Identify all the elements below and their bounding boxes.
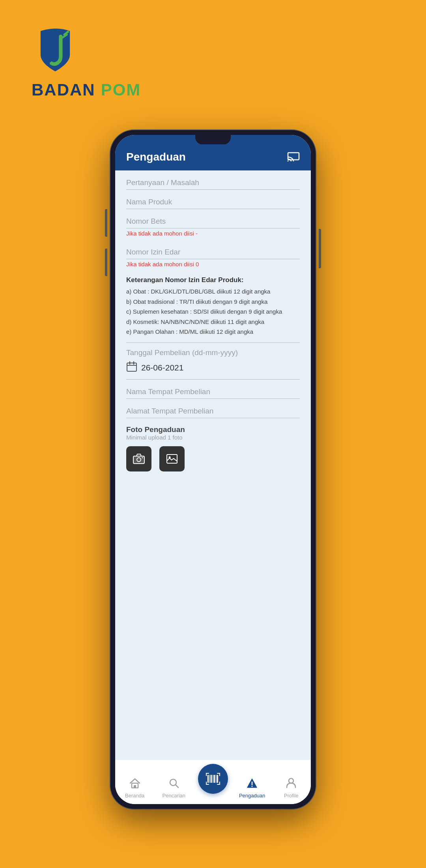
field-pertanyaan-label: Pertanyaan / Masalah — [126, 178, 300, 187]
nav-beranda-label: Beranda — [125, 793, 144, 799]
barcode-scan-icon — [206, 773, 220, 785]
field-nomor-bets[interactable]: Nomor Bets — [126, 209, 300, 228]
scan-button[interactable] — [198, 764, 228, 794]
field-pertanyaan[interactable]: Pertanyaan / Masalah — [126, 170, 300, 190]
svg-rect-22 — [216, 775, 217, 783]
phone-mockup: Pengaduan Pertanyaan / Masalah Nam — [110, 130, 316, 809]
svg-rect-23 — [217, 775, 218, 783]
logo-badan: BADAN — [32, 80, 95, 99]
gallery-button[interactable] — [159, 446, 185, 471]
svg-point-26 — [289, 778, 293, 783]
info-item-4: e) Pangan Olahan : MD/ML diikuti 12 digi… — [126, 327, 300, 337]
app-content[interactable]: Pertanyaan / Masalah Nama Produk Nomor B… — [115, 170, 311, 760]
svg-rect-20 — [213, 775, 213, 783]
svg-point-25 — [252, 786, 253, 787]
svg-point-3 — [287, 161, 289, 161]
info-item-1: b) Obat tradisional : TR/TI diikuti deng… — [126, 297, 300, 307]
app-header-title: Pengaduan — [126, 151, 186, 163]
svg-rect-18 — [209, 775, 210, 783]
logo-area: BADAN POM — [32, 24, 141, 99]
field-nomor-bets-label: Nomor Bets — [126, 217, 300, 226]
svg-rect-19 — [211, 775, 212, 783]
nav-pencarian[interactable]: Pencarian — [154, 778, 193, 799]
info-box-title: Keterangan Nomor Izin Edar Produk: — [126, 276, 300, 284]
field-alamat-tempat[interactable]: Alamat Tempat Pembelian — [126, 399, 300, 418]
badan-pom-logo-icon — [32, 24, 79, 75]
date-value: 26-06-2021 — [141, 363, 183, 372]
nav-pengaduan[interactable]: Pengaduan — [233, 778, 272, 799]
form-section: Pertanyaan / Masalah Nama Produk Nomor B… — [115, 170, 311, 478]
field-nama-tempat[interactable]: Nama Tempat Pembelian — [126, 380, 300, 399]
svg-rect-21 — [214, 775, 215, 783]
hint-nomor-bets: Jika tidak ada mohon diisi - — [126, 228, 300, 240]
camera-button[interactable] — [126, 446, 151, 471]
profile-icon — [286, 777, 296, 791]
date-value-row: 26-06-2021 — [126, 361, 300, 377]
logo-pom: POM — [101, 80, 141, 99]
calendar-icon — [126, 361, 137, 374]
nav-pencarian-label: Pencarian — [163, 793, 186, 799]
nav-scan[interactable] — [193, 764, 232, 799]
nav-profile-label: Profile — [284, 793, 299, 799]
svg-rect-14 — [134, 785, 136, 788]
phone-btn-volume-up — [105, 209, 107, 237]
nav-pengaduan-label: Pengaduan — [239, 793, 265, 799]
field-nama-produk-label: Nama Produk — [126, 198, 300, 206]
phone-btn-power — [319, 229, 321, 268]
info-item-2: c) Suplemen kesehatan : SD/SI diikuti de… — [126, 307, 300, 317]
info-item-0: a) Obat : DKL/GKL/DTL/DBL/GBL diikuti 12… — [126, 286, 300, 297]
phone-notch — [195, 135, 231, 144]
cast-svg — [287, 151, 300, 161]
info-box-nomor-izin: Keterangan Nomor Izin Edar Produk: a) Ob… — [126, 271, 300, 343]
search-icon — [169, 778, 179, 791]
bottom-nav: Beranda Pencarian — [115, 760, 311, 804]
foto-subtitle: Minimal upload 1 foto — [126, 434, 300, 441]
field-nama-produk[interactable]: Nama Produk — [126, 190, 300, 209]
logo-text: BADAN POM — [32, 80, 141, 99]
foto-section: Foto Pengaduan Minimal upload 1 foto — [126, 418, 300, 478]
field-nomor-izin[interactable]: Nomor Izin Edar — [126, 240, 300, 259]
field-tanggal-label: Tanggal Pembelian (dd-mm-yyyy) — [126, 348, 300, 357]
nav-profile[interactable]: Profile — [272, 777, 311, 799]
home-icon — [129, 778, 140, 791]
cast-icon[interactable] — [287, 151, 300, 163]
field-tanggal[interactable]: Tanggal Pembelian (dd-mm-yyyy) 26-06-202… — [126, 343, 300, 380]
hint-nomor-izin: Jika tidak ada mohon diisi 0 — [126, 259, 300, 271]
phone-screen: Pengaduan Pertanyaan / Masalah Nam — [115, 135, 311, 804]
nav-beranda[interactable]: Beranda — [115, 778, 154, 799]
field-nama-tempat-label: Nama Tempat Pembelian — [126, 387, 300, 396]
warning-icon — [247, 778, 258, 791]
phone-btn-volume-down — [105, 249, 107, 276]
svg-line-16 — [176, 785, 178, 788]
foto-buttons — [126, 446, 300, 471]
field-nomor-izin-label: Nomor Izin Edar — [126, 248, 300, 256]
field-alamat-tempat-label: Alamat Tempat Pembelian — [126, 407, 300, 415]
svg-point-10 — [142, 457, 143, 458]
info-item-3: d) Kosmetik: NA/NB/NC/ND/NE diikuti 11 d… — [126, 317, 300, 327]
svg-rect-2 — [288, 153, 299, 160]
foto-title: Foto Pengaduan — [126, 425, 300, 434]
svg-rect-4 — [127, 363, 136, 371]
svg-rect-17 — [207, 775, 209, 783]
